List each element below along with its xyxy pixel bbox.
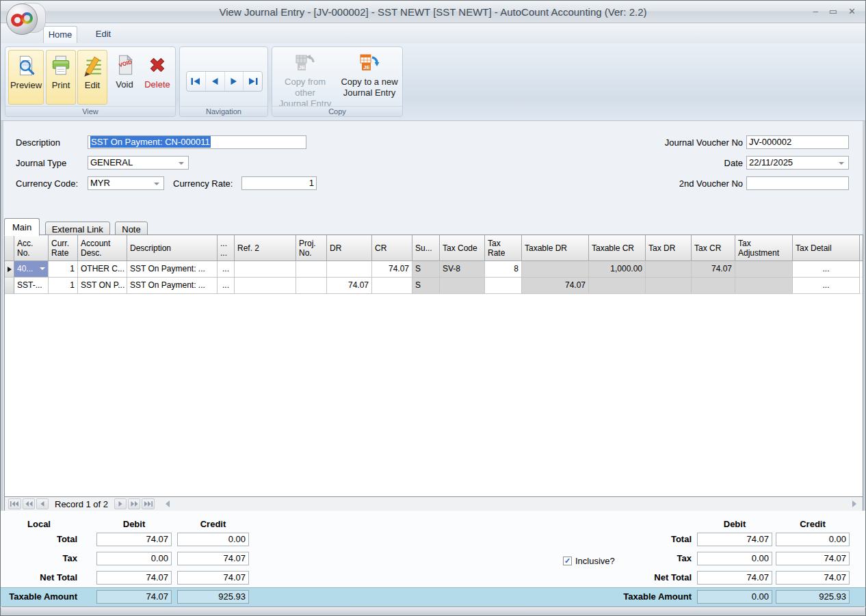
edit-button[interactable]: Edit [77,50,107,105]
row-1-tax-adjustment-cell[interactable] [735,261,793,278]
column-header-tax-adjustment[interactable]: Tax Adjustment [735,235,793,261]
window-bottom-frame [1,606,865,615]
column-header-account-desc[interactable]: Account Desc. [78,235,127,261]
row-1-tax-code-cell[interactable]: SV-8 [440,261,485,278]
currency-rate-input[interactable]: 1 [241,176,317,190]
detail-tabstrip: Main External Link Note [4,218,862,235]
row-2-more-cell[interactable]: ... [218,278,235,294]
date-label: Date [592,158,743,168]
journal-type-dropdown[interactable]: GENERAL [88,156,189,170]
grid-header-row: Acc. No. Curr. Rate Account Desc. Descri… [5,235,863,261]
grid-first-record-button[interactable] [8,498,21,509]
row-2-ref2-cell[interactable] [235,278,296,294]
print-button[interactable]: Print [46,50,76,105]
row-2-taxable-dr-cell[interactable]: 74.07 [522,278,589,294]
row-2-taxable-cr-cell[interactable] [589,278,646,294]
description-input[interactable]: SST On Payment: CN-000011 [88,135,306,149]
ribbon-tab-edit[interactable]: Edit [84,26,122,43]
row-1-ref2-cell[interactable] [235,261,296,278]
grid-last-record-button[interactable] [142,498,155,509]
column-header-cr[interactable]: CR [372,235,412,261]
row-2-cr-cell[interactable] [372,278,412,294]
row-2-curr-rate-cell[interactable]: 1 [49,278,78,294]
ribbon: Preview Print [1,43,865,121]
next-record-button[interactable] [225,72,244,91]
row-1-more-cell[interactable]: ... [218,261,235,278]
row-2-tax-rate-cell[interactable] [485,278,522,294]
tab-main[interactable]: Main [4,218,40,236]
delete-button[interactable]: Delete [141,50,174,105]
copy-to-new-journal-entry-button[interactable]: JE Copy to a new Journal Entry [338,51,401,108]
column-header-acc-no[interactable]: Acc. No. [14,235,49,261]
grid-previous-record-icon [40,501,44,507]
last-record-button[interactable] [244,72,262,91]
autocount-logo-button[interactable] [6,3,38,35]
row-1-tax-cr-cell[interactable]: 74.07 [692,261,735,278]
grid-row-2: SST-... 1 SST ON P... SST On Payment: ..… [5,278,863,294]
currency-code-dropdown[interactable]: MYR [88,176,164,190]
close-button[interactable]: ✕ [848,6,856,17]
grid-record-navigator: Record 1 of 2 [4,497,863,511]
grid-next-record-button[interactable] [114,498,127,509]
inclusive-checkbox[interactable]: ✓ [563,557,572,565]
row-2-tax-cr-cell[interactable] [692,278,735,294]
row-1-proj-no-cell[interactable] [296,261,327,278]
row-1-taxable-dr-cell[interactable] [522,261,589,278]
grid-last-record-icon [144,501,153,507]
column-header-tax-code[interactable]: Tax Code [440,235,485,261]
row-1-dr-cell[interactable] [327,261,372,278]
grid-previous-page-icon [25,501,33,507]
row-1-tax-rate-cell[interactable]: 8 [485,261,522,278]
grid-next-page-button[interactable] [128,498,140,509]
row-2-indicator[interactable] [5,278,14,294]
column-header-taxable-dr[interactable]: Taxable DR [522,235,589,261]
column-header-tax-dr[interactable]: Tax DR [646,235,692,261]
row-2-proj-no-cell[interactable] [296,278,327,294]
column-header-ref2[interactable]: Ref. 2 [235,235,296,261]
copy-from-other-journal-entry-button[interactable]: JE Copy from other Journal Entry [274,51,337,108]
row-2-subtotal-cell[interactable]: S [412,278,440,294]
row-1-subtotal-cell[interactable]: S [412,261,440,278]
row-2-tax-dr-cell[interactable] [646,278,692,294]
row-2-tax-adjustment-cell[interactable] [735,278,793,294]
column-header-tax-rate[interactable]: Tax Rate [485,235,522,261]
row-1-account-desc-cell[interactable]: OTHER C... [78,261,127,278]
column-header-tax-cr[interactable]: Tax CR [692,235,735,261]
row-1-taxable-cr-cell[interactable]: 1,000.00 [589,261,646,278]
void-button[interactable]: VOID Void [109,50,140,105]
minimize-button[interactable]: – [813,6,818,17]
row-1-tax-detail-cell[interactable]: ... [793,261,860,278]
row-1-description-cell[interactable]: SST On Payment: ... [127,261,218,278]
journal-voucher-no-field[interactable]: JV-000002 [746,135,849,149]
row-2-tax-code-cell[interactable] [440,278,485,294]
column-header-taxable-cr[interactable]: Taxable CR [589,235,646,261]
preview-button[interactable]: Preview [8,50,44,105]
previous-record-button[interactable] [206,72,225,91]
column-header-subtotal[interactable]: Su... [412,235,440,261]
row-1-tax-dr-cell[interactable] [646,261,692,278]
maximize-button[interactable]: ▭ [829,6,837,17]
grid-previous-page-button[interactable] [23,498,35,509]
ribbon-tab-home[interactable]: Home [43,26,77,43]
column-header-more[interactable]: ... ... [218,235,235,261]
row-2-description-cell[interactable]: SST On Payment: ... [127,278,218,294]
second-voucher-no-input[interactable] [746,176,849,190]
scroll-left-button[interactable] [165,500,170,507]
row-2-dr-cell[interactable]: 74.07 [327,278,372,294]
column-header-curr-rate[interactable]: Curr. Rate [49,235,78,261]
column-header-proj-no[interactable]: Proj. No. [296,235,327,261]
date-dropdown[interactable]: 22/11/2025 [746,156,849,170]
scroll-right-button[interactable] [852,500,857,507]
column-header-description[interactable]: Description [127,235,218,261]
row-2-acc-no-cell[interactable]: SST-... [14,278,49,294]
first-record-button[interactable] [187,72,206,91]
column-header-dr[interactable]: DR [327,235,372,261]
row-1-curr-rate-cell[interactable]: 1 [49,261,78,278]
grid-previous-record-button[interactable] [36,498,49,509]
row-2-tax-detail-cell[interactable]: ... [793,278,860,294]
row-1-acc-no-cell[interactable]: 40... [14,261,49,278]
column-header-tax-detail[interactable]: Tax Detail [793,235,860,261]
row-1-cr-cell[interactable]: 74.07 [372,261,412,278]
row-2-account-desc-cell[interactable]: SST ON P... [78,278,127,294]
row-1-indicator[interactable] [5,261,14,278]
